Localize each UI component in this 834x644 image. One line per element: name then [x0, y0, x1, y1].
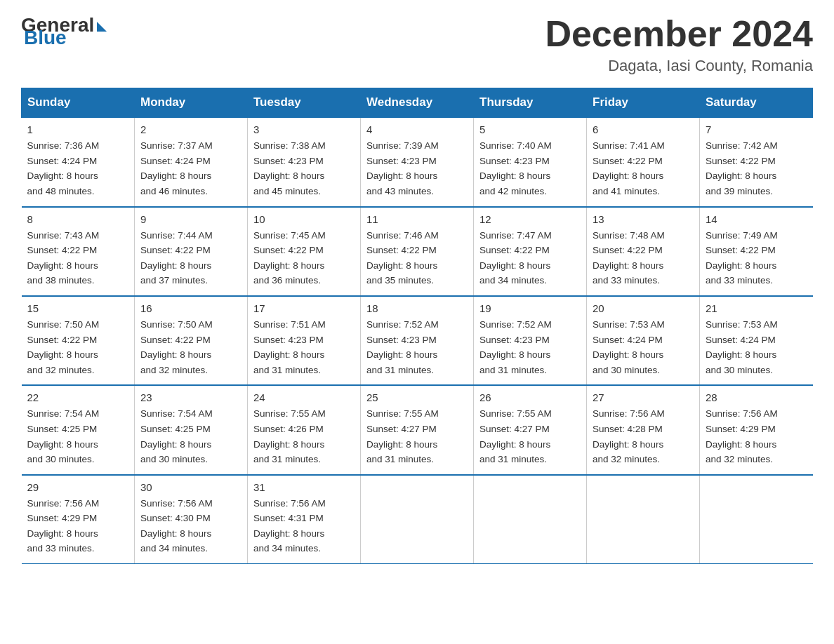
table-row: 4Sunrise: 7:39 AMSunset: 4:23 PMDaylight…: [361, 117, 474, 206]
table-row: 5Sunrise: 7:40 AMSunset: 4:23 PMDaylight…: [474, 117, 587, 206]
table-row: 20Sunrise: 7:53 AMSunset: 4:24 PMDayligh…: [587, 296, 700, 385]
table-row: 18Sunrise: 7:52 AMSunset: 4:23 PMDayligh…: [361, 296, 474, 385]
table-row: 3Sunrise: 7:38 AMSunset: 4:23 PMDaylight…: [248, 117, 361, 206]
day-info: Sunrise: 7:52 AMSunset: 4:23 PMDaylight:…: [479, 317, 581, 377]
day-info: Sunrise: 7:50 AMSunset: 4:22 PMDaylight:…: [27, 317, 129, 377]
day-info: Sunrise: 7:56 AMSunset: 4:29 PMDaylight:…: [706, 406, 807, 467]
table-row: 22Sunrise: 7:54 AMSunset: 4:25 PMDayligh…: [22, 385, 135, 474]
day-number: 2: [140, 123, 241, 135]
logo: General Blue: [21, 14, 107, 49]
day-info: Sunrise: 7:49 AMSunset: 4:22 PMDaylight:…: [706, 228, 807, 288]
calendar-header-row: Sunday Monday Tuesday Wednesday Thursday…: [22, 88, 813, 118]
day-number: 11: [366, 213, 468, 225]
table-row: 14Sunrise: 7:49 AMSunset: 4:22 PMDayligh…: [700, 207, 813, 296]
calendar-week-row: 8Sunrise: 7:43 AMSunset: 4:22 PMDaylight…: [22, 207, 813, 296]
month-title: December 2024: [545, 14, 813, 54]
table-row: 12Sunrise: 7:47 AMSunset: 4:22 PMDayligh…: [474, 207, 587, 296]
day-number: 6: [593, 123, 694, 135]
table-row: 17Sunrise: 7:51 AMSunset: 4:23 PMDayligh…: [248, 296, 361, 385]
table-row: 15Sunrise: 7:50 AMSunset: 4:22 PMDayligh…: [22, 296, 135, 385]
page-header: General Blue December 2024 Dagata, Iasi …: [21, 14, 813, 75]
day-info: Sunrise: 7:54 AMSunset: 4:25 PMDaylight:…: [27, 406, 129, 467]
day-info: Sunrise: 7:38 AMSunset: 4:23 PMDaylight:…: [253, 138, 355, 199]
col-monday: Monday: [135, 88, 248, 118]
day-number: 4: [366, 123, 468, 135]
day-number: 25: [366, 391, 468, 403]
table-row: 13Sunrise: 7:48 AMSunset: 4:22 PMDayligh…: [587, 207, 700, 296]
table-row: 2Sunrise: 7:37 AMSunset: 4:24 PMDaylight…: [135, 117, 248, 206]
day-number: 9: [140, 213, 241, 225]
title-block: December 2024 Dagata, Iasi County, Roman…: [545, 14, 813, 75]
table-row: 29Sunrise: 7:56 AMSunset: 4:29 PMDayligh…: [22, 475, 135, 564]
col-tuesday: Tuesday: [248, 88, 361, 118]
day-info: Sunrise: 7:40 AMSunset: 4:23 PMDaylight:…: [479, 138, 581, 199]
day-info: Sunrise: 7:56 AMSunset: 4:29 PMDaylight:…: [27, 496, 129, 556]
day-info: Sunrise: 7:37 AMSunset: 4:24 PMDaylight:…: [140, 138, 241, 199]
calendar-week-row: 29Sunrise: 7:56 AMSunset: 4:29 PMDayligh…: [22, 475, 813, 564]
day-info: Sunrise: 7:44 AMSunset: 4:22 PMDaylight:…: [140, 228, 241, 288]
table-row: 28Sunrise: 7:56 AMSunset: 4:29 PMDayligh…: [700, 385, 813, 474]
day-info: Sunrise: 7:56 AMSunset: 4:30 PMDaylight:…: [140, 496, 241, 556]
day-info: Sunrise: 7:39 AMSunset: 4:23 PMDaylight:…: [366, 138, 468, 199]
day-info: Sunrise: 7:36 AMSunset: 4:24 PMDaylight:…: [27, 138, 129, 199]
day-number: 17: [253, 302, 355, 314]
day-number: 5: [479, 123, 581, 135]
day-number: 26: [479, 391, 581, 403]
day-info: Sunrise: 7:53 AMSunset: 4:24 PMDaylight:…: [706, 317, 807, 377]
day-number: 3: [253, 123, 355, 135]
day-number: 10: [253, 213, 355, 225]
day-number: 22: [27, 391, 129, 403]
logo-arrow-icon: [97, 22, 107, 32]
day-number: 28: [706, 391, 807, 403]
day-info: Sunrise: 7:56 AMSunset: 4:28 PMDaylight:…: [593, 406, 694, 467]
day-number: 31: [253, 481, 355, 493]
table-row: 7Sunrise: 7:42 AMSunset: 4:22 PMDaylight…: [700, 117, 813, 206]
table-row: 6Sunrise: 7:41 AMSunset: 4:22 PMDaylight…: [587, 117, 700, 206]
table-row: 26Sunrise: 7:55 AMSunset: 4:27 PMDayligh…: [474, 385, 587, 474]
table-row: 1Sunrise: 7:36 AMSunset: 4:24 PMDaylight…: [22, 117, 135, 206]
calendar-table: Sunday Monday Tuesday Wednesday Thursday…: [21, 88, 813, 564]
day-info: Sunrise: 7:55 AMSunset: 4:27 PMDaylight:…: [479, 406, 581, 467]
table-row: 23Sunrise: 7:54 AMSunset: 4:25 PMDayligh…: [135, 385, 248, 474]
col-friday: Friday: [587, 88, 700, 118]
col-saturday: Saturday: [700, 88, 813, 118]
day-info: Sunrise: 7:45 AMSunset: 4:22 PMDaylight:…: [253, 228, 355, 288]
day-number: 14: [706, 213, 807, 225]
day-number: 30: [140, 481, 241, 493]
table-row: [700, 475, 813, 564]
table-row: 16Sunrise: 7:50 AMSunset: 4:22 PMDayligh…: [135, 296, 248, 385]
day-number: 19: [479, 302, 581, 314]
table-row: 8Sunrise: 7:43 AMSunset: 4:22 PMDaylight…: [22, 207, 135, 296]
day-info: Sunrise: 7:41 AMSunset: 4:22 PMDaylight:…: [593, 138, 694, 199]
day-info: Sunrise: 7:52 AMSunset: 4:23 PMDaylight:…: [366, 317, 468, 377]
logo-blue-text: Blue: [24, 27, 67, 49]
table-row: 27Sunrise: 7:56 AMSunset: 4:28 PMDayligh…: [587, 385, 700, 474]
day-info: Sunrise: 7:50 AMSunset: 4:22 PMDaylight:…: [140, 317, 241, 377]
day-number: 23: [140, 391, 241, 403]
day-info: Sunrise: 7:53 AMSunset: 4:24 PMDaylight:…: [593, 317, 694, 377]
table-row: 9Sunrise: 7:44 AMSunset: 4:22 PMDaylight…: [135, 207, 248, 296]
table-row: 11Sunrise: 7:46 AMSunset: 4:22 PMDayligh…: [361, 207, 474, 296]
day-info: Sunrise: 7:51 AMSunset: 4:23 PMDaylight:…: [253, 317, 355, 377]
day-info: Sunrise: 7:54 AMSunset: 4:25 PMDaylight:…: [140, 406, 241, 467]
table-row: 21Sunrise: 7:53 AMSunset: 4:24 PMDayligh…: [700, 296, 813, 385]
day-number: 12: [479, 213, 581, 225]
day-number: 24: [253, 391, 355, 403]
table-row: [474, 475, 587, 564]
location-text: Dagata, Iasi County, Romania: [545, 57, 813, 75]
day-info: Sunrise: 7:55 AMSunset: 4:26 PMDaylight:…: [253, 406, 355, 467]
table-row: 10Sunrise: 7:45 AMSunset: 4:22 PMDayligh…: [248, 207, 361, 296]
day-info: Sunrise: 7:42 AMSunset: 4:22 PMDaylight:…: [706, 138, 807, 199]
day-number: 18: [366, 302, 468, 314]
col-thursday: Thursday: [474, 88, 587, 118]
col-wednesday: Wednesday: [361, 88, 474, 118]
day-number: 15: [27, 302, 129, 314]
table-row: 19Sunrise: 7:52 AMSunset: 4:23 PMDayligh…: [474, 296, 587, 385]
table-row: 25Sunrise: 7:55 AMSunset: 4:27 PMDayligh…: [361, 385, 474, 474]
day-info: Sunrise: 7:48 AMSunset: 4:22 PMDaylight:…: [593, 228, 694, 288]
day-number: 8: [27, 213, 129, 225]
calendar-week-row: 15Sunrise: 7:50 AMSunset: 4:22 PMDayligh…: [22, 296, 813, 385]
day-number: 16: [140, 302, 241, 314]
day-number: 27: [593, 391, 694, 403]
day-info: Sunrise: 7:43 AMSunset: 4:22 PMDaylight:…: [27, 228, 129, 288]
